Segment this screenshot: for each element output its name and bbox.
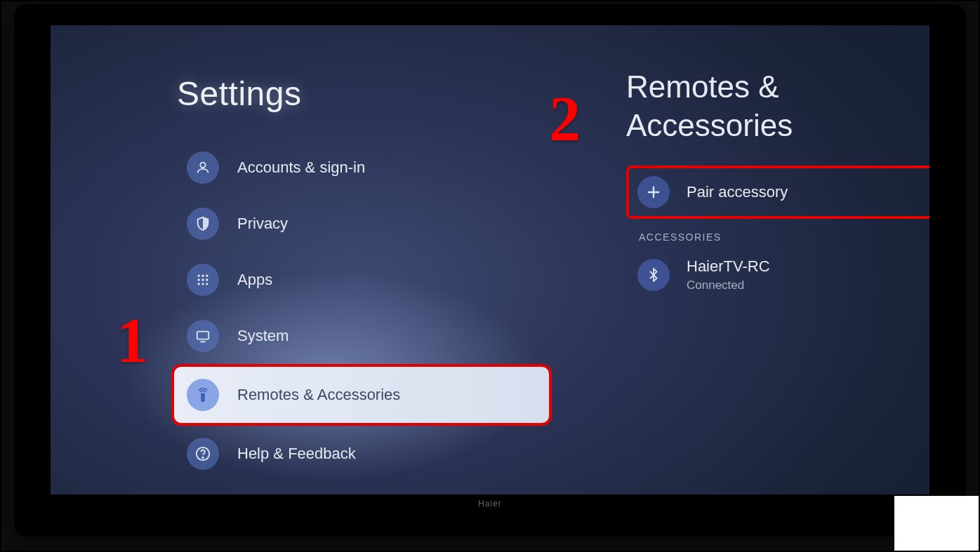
apps-grid-icon [187,264,219,296]
device-status: Connected [687,278,770,292]
remote-icon [187,379,219,411]
account-icon [187,152,219,184]
svg-point-5 [201,278,204,281]
device-name: HaierTV-RC [687,257,770,276]
svg-point-6 [206,278,208,281]
tv-bezel: Settings Accounts & sign-in [21,11,959,530]
svg-point-7 [198,283,200,285]
svg-rect-11 [201,393,205,402]
menu-item-help[interactable]: Help & Feedback [177,429,528,479]
settings-column: Settings Accounts & sign-in [177,74,528,485]
menu-item-label: Accounts & sign-in [237,159,365,177]
menu-item-remotes[interactable]: Remotes & Accessories [174,367,549,423]
svg-point-4 [198,278,200,281]
pair-accessory-button[interactable]: Pair accessory [626,166,929,219]
menu-item-label: Help & Feedback [237,445,356,463]
accessories-section-header: ACCESSORIES [639,231,929,243]
page-title: Settings [177,74,528,113]
detail-title: Remotes & Accessories [626,67,929,144]
menu-item-privacy[interactable]: Privacy [177,198,528,249]
menu-item-label: Privacy [237,215,288,233]
display-icon [187,320,219,352]
svg-point-1 [198,275,200,277]
menu-item-apps[interactable]: Apps [177,255,528,305]
help-icon [187,438,219,470]
bluetooth-icon [637,259,670,291]
menu-item-label: Apps [237,271,272,289]
menu-item-accounts[interactable]: Accounts & sign-in [177,142,528,193]
annotation-1: 1 [117,304,148,377]
svg-point-13 [202,457,203,458]
plus-icon [637,176,670,208]
menu-item-system[interactable]: System [177,311,528,361]
photo-frame: Settings Accounts & sign-in [0,0,980,552]
svg-point-9 [206,283,208,285]
menu-item-label: System [237,327,289,345]
white-overlay [894,496,979,551]
detail-column: Remotes & Accessories Pair accessory ACC… [626,67,929,302]
svg-point-3 [206,275,208,277]
shield-icon [187,208,219,240]
svg-point-0 [200,163,205,168]
menu-item-label: Remotes & Accessories [237,386,400,404]
svg-point-8 [201,283,204,285]
pair-accessory-label: Pair accessory [687,183,788,201]
tv-screen: Settings Accounts & sign-in [51,25,929,494]
accessory-device-item[interactable]: HaierTV-RC Connected [626,248,929,302]
annotation-2: 2 [549,83,581,155]
svg-rect-10 [197,332,209,339]
tv-brand-logo: Haier [478,499,502,509]
svg-point-2 [201,275,204,277]
